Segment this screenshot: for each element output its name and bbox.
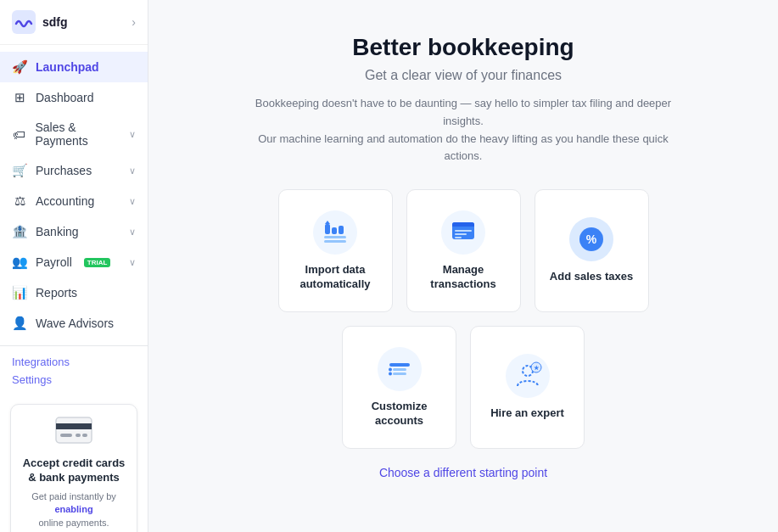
action-card-label: Import data automatically (291, 263, 380, 292)
action-card-label: Customize accounts (355, 400, 444, 428)
chevron-icon: ∨ (129, 196, 136, 207)
action-grid-row1: Import data automatically Manage transac… (278, 189, 649, 312)
svg-rect-17 (455, 233, 467, 235)
svg-rect-15 (452, 225, 474, 227)
sidebar-item-label: Wave Advisors (36, 316, 114, 330)
integrations-link[interactable]: Integrations (12, 353, 136, 371)
sidebar-item-sales[interactable]: 🏷 Sales & Payments ∨ (0, 113, 148, 155)
banking-icon: 🏦 (12, 224, 27, 239)
sidebar-item-wave-advisors[interactable]: 👤 Wave Advisors (0, 308, 148, 339)
svg-rect-16 (455, 230, 472, 232)
trial-badge: TRIAL (84, 258, 111, 267)
payment-link-text: enabling (54, 504, 92, 514)
settings-link[interactable]: Settings (12, 371, 136, 389)
page-title: Better bookkeeping (352, 34, 574, 61)
add-sales-taxes-icon: % (569, 217, 613, 261)
svg-rect-4 (76, 434, 81, 437)
import-data-icon (313, 210, 357, 255)
sales-icon: 🏷 (12, 126, 26, 142)
payroll-icon: 👥 (12, 255, 27, 270)
sidebar-item-payroll[interactable]: 👥 Payroll TRIAL ∨ (0, 247, 148, 277)
payment-card-desc: Get paid instantly by enablingonline pay… (21, 490, 126, 529)
svg-rect-10 (332, 227, 337, 234)
sidebar-logo: sdfg (12, 10, 68, 34)
sidebar-nav: 🚀 Launchpad ⊞ Dashboard 🏷 Sales & Paymen… (0, 45, 148, 345)
sidebar-item-banking[interactable]: 🏦 Banking ∨ (0, 216, 148, 247)
svg-rect-0 (12, 10, 36, 34)
dashboard-icon: ⊞ (12, 90, 27, 105)
sidebar-chevron-icon[interactable]: › (132, 15, 136, 29)
svg-rect-8 (324, 240, 346, 243)
svg-rect-25 (393, 372, 406, 375)
action-grid-row2: Customize accounts ★ Hire an expert (342, 326, 585, 449)
sidebar-item-purchases[interactable]: 🛒 Purchases ∨ (0, 155, 148, 186)
svg-rect-1 (56, 417, 92, 443)
customize-accounts-icon (378, 347, 422, 391)
svg-rect-11 (339, 226, 344, 234)
reports-icon: 📊 (12, 285, 27, 300)
action-card-label: Manage transactions (419, 263, 508, 292)
action-card-hire-expert[interactable]: ★ Hire an expert (470, 326, 585, 449)
sidebar-item-dashboard[interactable]: ⊞ Dashboard (0, 82, 148, 113)
chevron-icon: ∨ (129, 227, 136, 238)
launchpad-icon: 🚀 (12, 59, 27, 75)
payment-promo-card: Accept credit cards & bank payments Get … (10, 404, 137, 532)
sidebar-item-label: Reports (36, 286, 77, 300)
action-card-customize-accounts[interactable]: Customize accounts (342, 326, 456, 449)
svg-point-27 (389, 372, 392, 375)
chevron-icon: ∨ (129, 129, 136, 140)
sidebar-item-label: Purchases (36, 164, 92, 177)
action-card-manage-transactions[interactable]: Manage transactions (406, 189, 521, 312)
sidebar-item-label: Dashboard (36, 91, 94, 104)
svg-rect-9 (325, 224, 330, 234)
company-name: sdfg (42, 15, 68, 29)
sidebar-item-label: Banking (36, 225, 79, 238)
sidebar-item-label: Accounting (36, 194, 94, 208)
action-card-import-data[interactable]: Import data automatically (278, 189, 393, 312)
action-card-label: Hire an expert (490, 406, 564, 421)
chevron-icon: ∨ (129, 257, 136, 268)
svg-rect-3 (60, 434, 72, 437)
manage-transactions-icon (441, 210, 485, 255)
sidebar-footer-links: Integrations Settings (0, 345, 148, 395)
svg-text:★: ★ (534, 365, 540, 371)
action-card-label: Add sales taxes (550, 270, 633, 284)
payment-card-title: Accept credit cards & bank payments (21, 456, 126, 485)
wave-advisors-icon: 👤 (12, 316, 27, 331)
credit-card-icon (21, 417, 126, 450)
page-subtitle: Get a clear view of your finances (365, 68, 562, 83)
purchases-icon: 🛒 (12, 163, 27, 178)
sidebar: sdfg › 🚀 Launchpad ⊞ Dashboard 🏷 Sales &… (0, 0, 148, 532)
accounting-icon: ⚖ (12, 193, 27, 209)
different-starting-point-link[interactable]: Choose a different starting point (379, 466, 547, 479)
svg-point-26 (389, 367, 392, 371)
svg-rect-23 (389, 363, 410, 367)
sidebar-item-launchpad[interactable]: 🚀 Launchpad (0, 52, 148, 82)
svg-point-28 (506, 354, 550, 398)
sidebar-item-reports[interactable]: 📊 Reports (0, 277, 148, 308)
svg-rect-2 (56, 423, 92, 429)
svg-rect-5 (82, 434, 87, 437)
svg-rect-7 (324, 236, 346, 238)
sidebar-item-label: Sales & Payments (35, 120, 129, 148)
chevron-icon: ∨ (129, 165, 136, 176)
action-card-add-sales-taxes[interactable]: % Add sales taxes (535, 189, 649, 312)
sidebar-header: sdfg › (0, 0, 148, 45)
page-description: Bookkeeping doesn't have to be daunting … (243, 95, 684, 165)
svg-text:%: % (586, 232, 597, 246)
sidebar-item-label: Payroll (36, 255, 72, 269)
sidebar-item-label: Launchpad (36, 60, 99, 74)
main-content: Better bookkeeping Get a clear view of y… (148, 0, 778, 532)
hire-expert-icon: ★ (506, 354, 550, 398)
svg-rect-24 (393, 368, 406, 371)
wave-logo-icon (12, 10, 36, 34)
svg-rect-18 (455, 237, 462, 238)
sidebar-item-accounting[interactable]: ⚖ Accounting ∨ (0, 186, 148, 216)
